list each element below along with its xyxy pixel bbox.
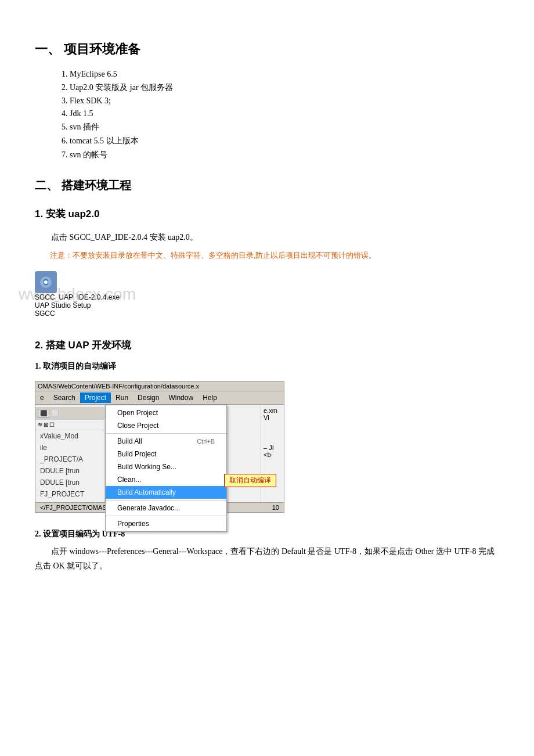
bottom-line: 10 <box>272 504 279 511</box>
sub1-warning: 注意：不要放安装目录放在带中文、特殊字符、多空格的目录,防止以后项目出现不可预计… <box>50 250 499 261</box>
tab-icon2: ⊠ <box>44 422 48 428</box>
svg-point-1 <box>44 280 48 284</box>
left-item-1: xValue_Mod <box>35 430 104 442</box>
step2-header: 2. 设置项目编码为 UTF-8 <box>35 529 499 539</box>
exe-icon-area: SGCC_UAP_IDE-2.0.4.exe UAP Studio Setup … <box>35 271 120 318</box>
exe-icon <box>35 271 57 293</box>
menu-bar: e Search Project Run Design Window Help <box>35 391 284 405</box>
section1: 一、 项目环境准备 MyEclipse 6.5 Uap2.0 安装版及 jar … <box>35 41 499 160</box>
menu-screenshot: OMAS/WebContent/WEB-INF/configuration/da… <box>35 381 284 513</box>
menu-left-panel: ⬛ ⬜ ≋ ⊠ ☐ xValue_Mod ile _PROJECT/A <box>35 405 105 502</box>
list-item: Uap2.0 安装版及 jar 包服务器 <box>70 82 499 93</box>
step2: 2. 设置项目编码为 UTF-8 点开 windows---Preference… <box>35 529 499 573</box>
tab-icon: ≋ <box>38 422 42 428</box>
menubar-item-window[interactable]: Window <box>164 393 198 403</box>
menubar-item-project[interactable]: Project <box>80 393 111 403</box>
requirements-list: MyEclipse 6.5 Uap2.0 安装版及 jar 包服务器 Flex … <box>70 70 499 160</box>
menu-item-clean[interactable]: Clean... <box>106 473 226 486</box>
menu-item-properties[interactable]: Properties <box>106 517 226 530</box>
section2: 二、 搭建环境工程 1. 安装 uap2.0 点击 SGCC_UAP_IDE-2… <box>35 178 499 574</box>
subsection1: 1. 安装 uap2.0 点击 SGCC_UAP_IDE-2.0.4 安装 ua… <box>35 207 499 327</box>
separator3 <box>106 516 226 516</box>
menu-title-bar: OMAS/WebContent/WEB-INF/configuration/da… <box>35 381 284 391</box>
sub1-para: 点击 SGCC_UAP_IDE-2.0.4 安装 uap2.0。 <box>51 230 499 244</box>
list-item: tomcat 5.5 以上版本 <box>70 136 499 146</box>
separator1 <box>106 433 226 434</box>
right-panel: e.xm Vi – JI <b· <box>261 405 284 502</box>
section2-title: 二、 搭建环境工程 <box>35 178 499 193</box>
menu-content: ⬛ ⬜ ≋ ⊠ ☐ xValue_Mod ile _PROJECT/A <box>35 405 284 502</box>
project-dropdown: Open Project Close Project Build All Ctr… <box>105 405 227 532</box>
subsection2: 2. 搭建 UAP 开发环境 1. 取消项目的自动编译 OMAS/WebCont… <box>35 339 499 573</box>
dropdown-area: Open Project Close Project Build All Ctr… <box>105 405 284 502</box>
step1-header: 1. 取消项目的自动编译 <box>35 361 499 372</box>
menu-item-build-all[interactable]: Build All Ctrl+B <box>106 435 226 448</box>
menubar-item-design[interactable]: Design <box>133 393 164 403</box>
left-item-5: DDULE [trun <box>35 477 104 488</box>
toolbar-icon2: ⬜ <box>52 410 59 416</box>
exe-label: SGCC_UAP_IDE-2.0.4.exe UAP Studio Setup … <box>35 293 120 318</box>
menu-screenshot-wrapper: OMAS/WebContent/WEB-INF/configuration/da… <box>35 376 284 522</box>
left-item-2: ile <box>35 442 104 453</box>
section1-title: 一、 项目环境准备 <box>35 41 499 58</box>
menu-item-open-project[interactable]: Open Project <box>106 406 226 419</box>
left-item-3: _PROJECT/A <box>35 453 104 465</box>
menu-item-javadoc[interactable]: Generate Javadoc... <box>106 502 226 514</box>
toolbar-icon1: ⬛ <box>38 409 49 417</box>
menubar-item-run[interactable]: Run <box>111 393 133 403</box>
sub2-title: 2. 搭建 UAP 开发环境 <box>35 339 499 352</box>
step1: 1. 取消项目的自动编译 OMAS/WebContent/WEB-INF/con… <box>35 361 499 522</box>
left-item-4: DDULE [trun <box>35 465 104 477</box>
tab-icon3: ☐ <box>49 422 55 428</box>
menu-item-build-auto[interactable]: Build Automatically <box>106 486 226 499</box>
list-item: MyEclipse 6.5 <box>70 70 499 79</box>
menu-item-build-project[interactable]: Build Project <box>106 448 226 460</box>
menubar-item-help[interactable]: Help <box>198 393 222 403</box>
sub1-title: 1. 安装 uap2.0 <box>35 207 499 221</box>
menu-item-build-working[interactable]: Build Working Se... <box>106 460 226 473</box>
cancel-tooltip: 取消自动编译 <box>224 474 276 487</box>
list-item: svn 插件 <box>70 122 499 132</box>
list-item: svn 的帐号 <box>70 150 499 160</box>
menu-item-close-project[interactable]: Close Project <box>106 419 226 432</box>
menubar-item-e[interactable]: e <box>35 393 49 403</box>
list-item: Flex SDK 3; <box>70 96 499 106</box>
menubar-item-search[interactable]: Search <box>49 393 80 403</box>
step2-para: 点开 windows---Preferences---General---Wor… <box>35 544 499 573</box>
list-item: Jdk 1.5 <box>70 109 499 118</box>
separator2 <box>106 500 226 501</box>
left-item-6: FJ_PROJECT <box>35 488 104 500</box>
